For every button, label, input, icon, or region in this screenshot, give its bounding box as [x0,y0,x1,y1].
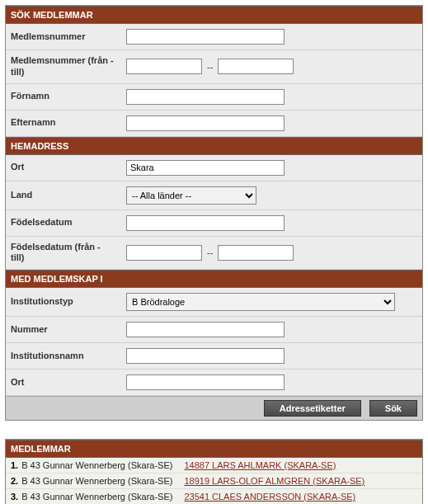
label-fodelsedatum-range: Födelsedatum (från - till) [6,240,121,266]
row-medlemsnummer-range: Medlemsnummer (från - till) -- [6,50,422,84]
input-fodelsedatum-from[interactable] [126,245,202,261]
label-ort2: Ort [6,375,121,390]
spacer [5,421,423,439]
adressetiketter-button[interactable]: Adressetiketter [264,400,361,417]
result-unit: B 43 Gunnar Wennerberg (Skara-SE) [21,460,172,470]
section-header-address: HEMADRESS [6,137,422,155]
result-number: 1. [11,460,18,470]
select-institutionstyp[interactable]: B Brödraloge [126,293,395,311]
select-land[interactable]: -- Alla länder -- [126,186,256,205]
input-fodelsedatum[interactable] [126,215,285,231]
input-medlemsnummer[interactable] [126,29,285,45]
label-fodelsedatum: Födelsedatum [6,215,121,230]
row-efternamn: Efternamn [6,111,422,137]
label-institutionstyp: Institutionstyp [6,294,121,309]
input-fodelsedatum-to[interactable] [218,245,294,261]
search-panel: SÖK MEDLEMMAR Medlemsnummer Medlemsnumme… [5,5,423,421]
row-medlemsnummer: Medlemsnummer [6,24,422,50]
row-fodelsedatum: Födelsedatum [6,210,422,237]
row-institutionstyp: Institutionstyp B Brödraloge [6,288,422,317]
row-nummer: Nummer [6,317,422,343]
row-ort2: Ort [6,370,422,396]
table-row: 2. B 43 Gunnar Wennerberg (Skara-SE) 189… [6,473,422,489]
label-medlemsnummer-range: Medlemsnummer (från - till) [6,54,121,80]
result-unit: B 43 Gunnar Wennerberg (Skara-SE) [21,476,172,486]
sok-button[interactable]: Sök [369,400,417,417]
input-efternamn[interactable] [126,115,285,131]
label-efternamn: Efternamn [6,115,121,130]
label-land: Land [6,188,121,203]
input-fornamn[interactable] [126,89,285,105]
label-ort: Ort [6,160,121,175]
row-land: Land -- Alla länder -- [6,181,422,210]
row-fodelsedatum-range: Födelsedatum (från - till) -- [6,237,422,271]
section-header-members: MEDLEMMAR [6,440,422,458]
section-header-membership: MED MEDLEMSKAP I [6,270,422,288]
result-link[interactable]: 23541 CLAES ANDERSSON (SKARA-SE) [184,492,355,502]
table-row: 1. B 43 Gunnar Wennerberg (Skara-SE) 148… [6,458,422,473]
result-unit: B 43 Gunnar Wennerberg (Skara-SE) [21,492,172,502]
range-separator: -- [207,62,213,72]
row-ort: Ort [6,155,422,181]
label-institutionsnamn: Institutionsnamn [6,349,121,364]
range-separator-2: -- [207,247,213,257]
label-nummer: Nummer [6,323,121,337]
input-institutionsnamn[interactable] [126,348,285,364]
result-link[interactable]: 18919 LARS-OLOF ALMGREN (SKARA-SE) [184,476,365,486]
result-link[interactable]: 14887 LARS AHLMARK (SKARA-SE) [184,460,336,470]
button-bar: Adressetiketter Sök [6,396,422,420]
input-medlemsnummer-from[interactable] [126,59,202,74]
label-fornamn: Förnamn [6,89,121,104]
input-nummer[interactable] [126,322,285,337]
result-number: 3. [11,492,18,502]
input-medlemsnummer-to[interactable] [218,59,294,74]
input-ort2[interactable] [126,374,285,390]
section-header-search: SÖK MEDLEMMAR [6,6,422,24]
results-panel: MEDLEMMAR 1. B 43 Gunnar Wennerberg (Ska… [5,439,423,504]
label-medlemsnummer: Medlemsnummer [6,30,121,45]
result-number: 2. [11,476,18,486]
row-institutionsnamn: Institutionsnamn [6,343,422,370]
input-ort[interactable] [126,160,285,176]
row-fornamn: Förnamn [6,84,422,111]
table-row: 3. B 43 Gunnar Wennerberg (Skara-SE) 235… [6,489,422,504]
